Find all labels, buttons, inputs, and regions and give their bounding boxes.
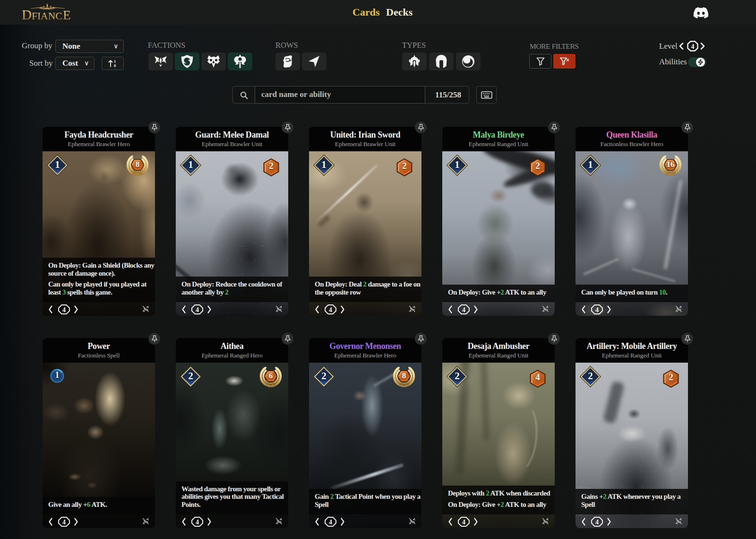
svg-text:D: D bbox=[22, 7, 32, 22]
svg-text:4: 4 bbox=[691, 43, 695, 50]
svg-text:FIANC: FIANC bbox=[32, 10, 62, 22]
svg-text:0: 0 bbox=[114, 63, 116, 68]
svg-text:E: E bbox=[63, 8, 71, 22]
